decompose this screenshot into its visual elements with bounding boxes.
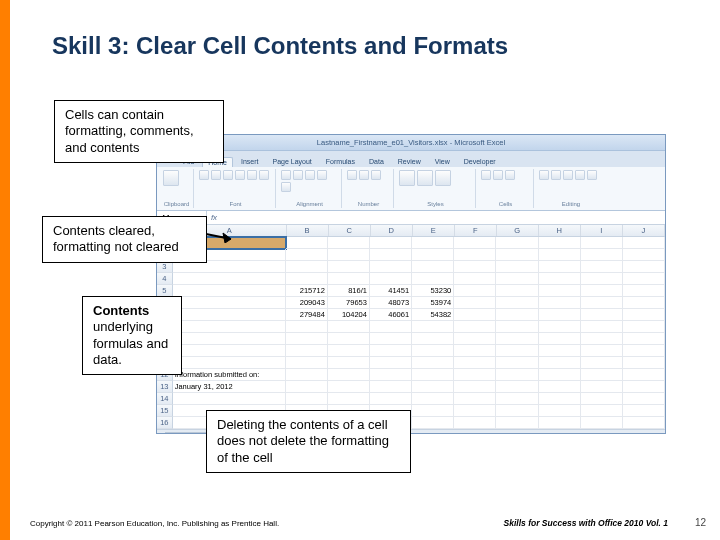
cell-A13[interactable]: January 31, 2012 xyxy=(173,381,286,393)
cell-F14[interactable] xyxy=(454,393,496,405)
cell-F7[interactable] xyxy=(454,309,496,321)
cell-E1[interactable] xyxy=(412,237,454,249)
cell-F13[interactable] xyxy=(454,381,496,393)
worksheet-grid[interactable]: A B C D E F G H I J 1Revenue234521571281… xyxy=(157,225,665,429)
cell-B11[interactable] xyxy=(286,357,328,369)
cell-I5[interactable] xyxy=(581,285,623,297)
cell-H11[interactable] xyxy=(539,357,581,369)
format-cells-icon[interactable] xyxy=(505,170,515,180)
cell-A4[interactable] xyxy=(173,273,286,285)
cell-D10[interactable] xyxy=(370,345,412,357)
cell-E12[interactable] xyxy=(412,369,454,381)
cell-B10[interactable] xyxy=(286,345,328,357)
cell-E14[interactable] xyxy=(412,393,454,405)
cell-A3[interactable] xyxy=(173,261,286,273)
cell-A5[interactable] xyxy=(173,285,286,297)
cell-C4[interactable] xyxy=(328,273,370,285)
cell-F9[interactable] xyxy=(454,333,496,345)
cell-H7[interactable] xyxy=(539,309,581,321)
cell-D4[interactable] xyxy=(370,273,412,285)
cell-F15[interactable] xyxy=(454,405,496,417)
cell-F1[interactable] xyxy=(454,237,496,249)
cell-E6[interactable]: 53974 xyxy=(412,297,454,309)
row-header[interactable]: 15 xyxy=(157,405,173,417)
cell-I15[interactable] xyxy=(581,405,623,417)
cell-H16[interactable] xyxy=(539,417,581,429)
cell-I3[interactable] xyxy=(581,261,623,273)
merge-icon[interactable] xyxy=(281,182,291,192)
cell-C12[interactable] xyxy=(328,369,370,381)
cell-B5[interactable]: 215712 xyxy=(286,285,328,297)
italic-icon[interactable] xyxy=(211,170,221,180)
tab-developer[interactable]: Developer xyxy=(458,156,502,167)
cell-E16[interactable] xyxy=(412,417,454,429)
col-G[interactable]: G xyxy=(497,225,539,236)
cell-J7[interactable] xyxy=(623,309,665,321)
row-header[interactable]: 3 xyxy=(157,261,173,273)
cell-I4[interactable] xyxy=(581,273,623,285)
cell-D12[interactable] xyxy=(370,369,412,381)
cell-B3[interactable] xyxy=(286,261,328,273)
cell-G3[interactable] xyxy=(496,261,538,273)
cell-C2[interactable] xyxy=(328,249,370,261)
cell-G4[interactable] xyxy=(496,273,538,285)
cell-C9[interactable] xyxy=(328,333,370,345)
cell-J6[interactable] xyxy=(623,297,665,309)
bold-icon[interactable] xyxy=(199,170,209,180)
cell-D2[interactable] xyxy=(370,249,412,261)
cell-G7[interactable] xyxy=(496,309,538,321)
row-header[interactable]: 14 xyxy=(157,393,173,405)
cell-A8[interactable] xyxy=(173,321,286,333)
cell-C11[interactable] xyxy=(328,357,370,369)
clear-icon[interactable] xyxy=(563,170,573,180)
cell-E2[interactable] xyxy=(412,249,454,261)
comma-icon[interactable] xyxy=(371,170,381,180)
cell-H12[interactable] xyxy=(539,369,581,381)
cell-F4[interactable] xyxy=(454,273,496,285)
col-D[interactable]: D xyxy=(371,225,413,236)
cell-E13[interactable] xyxy=(412,381,454,393)
cell-D1[interactable] xyxy=(370,237,412,249)
cell-J2[interactable] xyxy=(623,249,665,261)
cell-D5[interactable]: 41451 xyxy=(370,285,412,297)
cell-B2[interactable] xyxy=(286,249,328,261)
cell-G2[interactable] xyxy=(496,249,538,261)
cell-G15[interactable] xyxy=(496,405,538,417)
cell-J12[interactable] xyxy=(623,369,665,381)
cell-D3[interactable] xyxy=(370,261,412,273)
align-left-icon[interactable] xyxy=(281,170,291,180)
cell-G1[interactable] xyxy=(496,237,538,249)
cell-H10[interactable] xyxy=(539,345,581,357)
cell-H15[interactable] xyxy=(539,405,581,417)
cell-G5[interactable] xyxy=(496,285,538,297)
cell-G6[interactable] xyxy=(496,297,538,309)
align-center-icon[interactable] xyxy=(293,170,303,180)
cell-H8[interactable] xyxy=(539,321,581,333)
cell-G16[interactable] xyxy=(496,417,538,429)
insert-cells-icon[interactable] xyxy=(481,170,491,180)
cell-F11[interactable] xyxy=(454,357,496,369)
cell-I9[interactable] xyxy=(581,333,623,345)
cell-B12[interactable] xyxy=(286,369,328,381)
cell-D13[interactable] xyxy=(370,381,412,393)
cell-F6[interactable] xyxy=(454,297,496,309)
col-J[interactable]: J xyxy=(623,225,665,236)
cell-E9[interactable] xyxy=(412,333,454,345)
underline-icon[interactable] xyxy=(223,170,233,180)
cell-G10[interactable] xyxy=(496,345,538,357)
cell-B8[interactable] xyxy=(286,321,328,333)
cell-H5[interactable] xyxy=(539,285,581,297)
cond-format-icon[interactable] xyxy=(399,170,415,186)
formula-input[interactable] xyxy=(221,211,665,224)
cell-F3[interactable] xyxy=(454,261,496,273)
cell-I14[interactable] xyxy=(581,393,623,405)
cell-A11[interactable] xyxy=(173,357,286,369)
cell-C7[interactable]: 104204 xyxy=(328,309,370,321)
cell-H4[interactable] xyxy=(539,273,581,285)
cell-H3[interactable] xyxy=(539,261,581,273)
align-right-icon[interactable] xyxy=(305,170,315,180)
col-B[interactable]: B xyxy=(287,225,329,236)
cell-C3[interactable] xyxy=(328,261,370,273)
tab-data[interactable]: Data xyxy=(363,156,390,167)
cell-B13[interactable] xyxy=(286,381,328,393)
